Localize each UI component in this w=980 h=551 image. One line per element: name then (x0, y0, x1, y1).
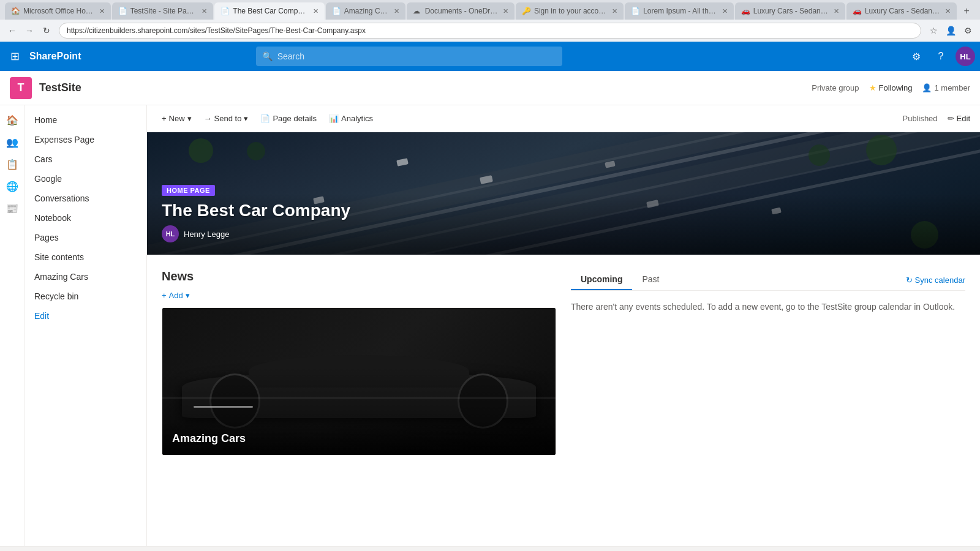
user-avatar[interactable]: HL (956, 47, 975, 66)
settings-button[interactable]: ⚙ (907, 47, 926, 66)
site-name[interactable]: TestSite (39, 81, 81, 94)
new-button[interactable]: + New ▾ (157, 111, 197, 126)
new-tab-button[interactable]: + (958, 2, 975, 20)
page-content: + New ▾ → Send to ▾ 📄 Page details 📊 Ana… (147, 105, 980, 546)
topnav-right: ⚙ ? HL (907, 47, 975, 66)
sitenav-google[interactable]: Google (24, 169, 146, 189)
search-box[interactable]: 🔍 Search (256, 47, 562, 66)
site-logo[interactable]: T (10, 77, 32, 99)
left-nav-icons: 🏠 👥 📋 🌐 📰 (0, 105, 24, 546)
sitenav-site-contents[interactable]: Site contents (24, 247, 146, 267)
site-header-actions: Private group ★ Following 👤 1 member (812, 83, 970, 92)
tab-close-4[interactable]: ✕ (394, 7, 399, 15)
page-details-button[interactable]: 📄 Page details (255, 111, 322, 126)
sitenav-recycle-bin[interactable]: Recycle bin (24, 287, 146, 306)
sitenav-amazing-cars[interactable]: Amazing Cars (24, 267, 146, 287)
send-to-label: Send to (214, 114, 242, 123)
browser-address-bar: ← → ↻ https://citizenbuilders.sharepoint… (0, 20, 980, 42)
private-group-label: Private group (812, 83, 859, 92)
hero-section: HOME PAGE The Best Car Company HL Henry … (147, 132, 980, 255)
url-bar[interactable]: https://citizenbuilders.sharepoint.com/s… (59, 23, 921, 39)
tab-best-car-company[interactable]: 📄 The Best Car Company ✕ (214, 2, 325, 20)
hero-author: HL Henry Legge (162, 225, 350, 242)
sharepoint-brand[interactable]: SharePoint (29, 51, 81, 62)
sitenav-expenses-page[interactable]: Expenses Page (24, 130, 146, 149)
add-label: Add (169, 291, 183, 300)
waffle-menu-button[interactable]: ⊞ (5, 47, 24, 66)
help-button[interactable]: ? (931, 47, 951, 66)
events-tabs: Upcoming Past ↻ Sync calendar (571, 269, 965, 291)
tab-testsite-pages[interactable]: 📄 TestSite - Site Pages ✕ (112, 2, 214, 20)
tab-luxury1[interactable]: 🚗 Luxury Cars - Sedans... ✕ (735, 2, 845, 20)
tab-close-6[interactable]: ✕ (612, 7, 617, 15)
tab-label-4: Amazing Cars (344, 7, 390, 15)
plus-icon: + (162, 114, 167, 123)
tab-close-9[interactable]: ✕ (945, 7, 951, 15)
analytics-button[interactable]: 📊 Analytics (324, 111, 378, 126)
edit-icon: ✏ (948, 114, 954, 123)
page-body: News + Add ▾ (147, 255, 980, 546)
search-icon: 🔍 (262, 51, 273, 61)
nav-content-icon[interactable]: 📋 (2, 154, 22, 174)
tab-favicon-5: ☁ (413, 7, 421, 15)
tab-favicon-4: 📄 (332, 7, 341, 15)
tab-onedrive[interactable]: ☁ Documents - OneDrive ✕ (407, 2, 514, 20)
edit-page-button[interactable]: ✏ Edit (948, 114, 970, 123)
tab-close-7[interactable]: ✕ (722, 7, 728, 15)
tab-label-8: Luxury Cars - Sedans... (753, 7, 830, 15)
car-accent-stripe (194, 406, 252, 408)
members-button[interactable]: 👤 1 member (922, 83, 970, 92)
tab-office-home[interactable]: 🏠 Microsoft Office Home ✕ (5, 2, 111, 20)
sitenav-notebook[interactable]: Notebook (24, 208, 146, 228)
send-to-button[interactable]: → Send to ▾ (199, 111, 254, 126)
nav-sites-icon[interactable]: 🌐 (2, 176, 22, 196)
tab-label-3: The Best Car Company (233, 7, 309, 15)
nav-home-icon[interactable]: 🏠 (2, 110, 22, 130)
back-button[interactable]: ← (5, 23, 20, 38)
tab-upcoming[interactable]: Upcoming (571, 269, 632, 290)
forward-button[interactable]: → (22, 23, 37, 38)
nav-news-icon[interactable]: 📰 (2, 198, 22, 218)
tab-luxury2[interactable]: 🚗 Luxury Cars - Sedans... ✕ (846, 2, 957, 20)
tab-close-5[interactable]: ✕ (503, 7, 508, 15)
browser-nav-buttons: ← → ↻ (5, 23, 54, 38)
tab-amazing-cars[interactable]: 📄 Amazing Cars ✕ (326, 2, 405, 20)
following-star-icon: ★ (869, 83, 876, 92)
tab-lorem[interactable]: 📄 Lorem Ipsum - All the... ✕ (625, 2, 734, 20)
profile-button[interactable]: 👤 (943, 23, 958, 38)
browser-chrome: 🏠 Microsoft Office Home ✕ 📄 TestSite - S… (0, 0, 980, 42)
tab-close-1[interactable]: ✕ (99, 7, 105, 15)
sitenav-conversations[interactable]: Conversations (24, 189, 146, 208)
sitenav-cars[interactable]: Cars (24, 149, 146, 169)
tab-close-3[interactable]: ✕ (313, 7, 318, 15)
hero-tree-3 (866, 135, 897, 165)
reload-button[interactable]: ↻ (39, 23, 54, 38)
hero-title: The Best Car Company (162, 201, 350, 220)
hero-author-avatar: HL (162, 225, 179, 242)
content-section: News + Add ▾ (162, 269, 965, 455)
new-chevron-icon: ▾ (187, 114, 192, 123)
nav-people-icon[interactable]: 👥 (2, 132, 22, 152)
sitenav-edit[interactable]: Edit (24, 306, 146, 326)
members-label: 1 member (934, 83, 970, 92)
hero-badge: HOME PAGE (162, 185, 215, 196)
sitenav-home[interactable]: Home (24, 110, 146, 130)
sitenav-pages[interactable]: Pages (24, 228, 146, 247)
tab-past[interactable]: Past (632, 269, 669, 290)
events-column: Upcoming Past ↻ Sync calendar There aren… (571, 269, 965, 455)
tab-close-8[interactable]: ✕ (834, 7, 839, 15)
news-card[interactable]: Amazing Cars (162, 307, 556, 455)
add-news-button[interactable]: + Add ▾ (162, 291, 556, 300)
tab-favicon-8: 🚗 (741, 7, 750, 15)
new-label: New (169, 114, 185, 123)
bookmark-button[interactable]: ☆ (926, 23, 941, 38)
sync-calendar-button[interactable]: ↻ Sync calendar (906, 276, 965, 285)
add-chevron-icon: ▾ (186, 291, 190, 300)
extensions-button[interactable]: ⚙ (960, 23, 975, 38)
news-column: News + Add ▾ (162, 269, 556, 455)
tab-close-2[interactable]: ✕ (202, 7, 207, 15)
sync-label: Sync calendar (915, 276, 965, 285)
following-button[interactable]: ★ Following (869, 83, 913, 92)
tab-signin[interactable]: 🔑 Sign in to your accou... ✕ (516, 2, 624, 20)
page-details-icon: 📄 (260, 114, 270, 123)
